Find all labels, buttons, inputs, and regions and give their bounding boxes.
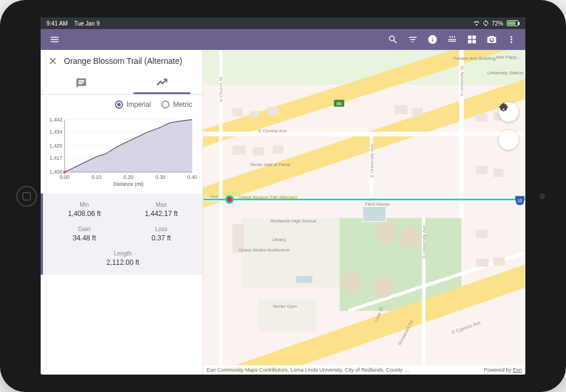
battery-pct: 72% xyxy=(492,20,503,27)
front-camera xyxy=(539,193,545,199)
radio-dot-icon xyxy=(115,100,123,109)
info-button[interactable] xyxy=(423,30,442,49)
svg-text:0.10: 0.10 xyxy=(92,174,102,180)
camera-button[interactable] xyxy=(482,30,501,49)
filter-icon xyxy=(408,34,418,45)
svg-rect-44 xyxy=(476,166,488,174)
svg-rect-39 xyxy=(273,146,283,154)
stat-loss: Loss0.37 ft xyxy=(126,226,197,242)
attribution-text: Esri Community Maps Contributors, Loma L… xyxy=(207,367,409,373)
rotate-lock-icon xyxy=(482,20,489,27)
close-panel-button[interactable] xyxy=(48,56,58,66)
svg-point-53 xyxy=(373,277,394,298)
svg-point-51 xyxy=(399,228,420,249)
svg-text:1,434: 1,434 xyxy=(49,129,62,135)
powered-by: Powered by Esri xyxy=(484,367,522,373)
tab-profile[interactable] xyxy=(122,72,203,94)
svg-rect-34 xyxy=(232,108,243,116)
stat-gain: Gain34.48 ft xyxy=(49,226,120,242)
svg-rect-40 xyxy=(395,105,408,114)
radio-imperial[interactable]: Imperial xyxy=(115,100,152,109)
svg-text:Library: Library xyxy=(272,237,286,242)
svg-rect-37 xyxy=(232,146,245,155)
svg-text:Redlands High School: Redlands High School xyxy=(271,218,316,224)
home-button[interactable] xyxy=(16,186,37,207)
svg-rect-38 xyxy=(253,148,264,156)
units-row: Imperial Metric xyxy=(41,95,203,112)
svg-text:Terrier Gym: Terrier Gym xyxy=(272,304,297,309)
camera-icon xyxy=(486,34,497,45)
measure-button[interactable] xyxy=(443,30,462,49)
content: Orange Blossom Trail (Alternate) Imperia… xyxy=(41,50,525,375)
hwy-shield: 80 xyxy=(337,101,342,106)
info-icon xyxy=(427,34,438,45)
panel-tabs xyxy=(41,72,203,95)
status-left: 9:41 AM Tue Jan 9 xyxy=(46,20,100,27)
side-panel: Orange Blossom Trail (Alternate) Imperia… xyxy=(41,50,203,375)
menu-button[interactable] xyxy=(45,30,64,49)
svg-text:1,442: 1,442 xyxy=(49,117,62,123)
status-date: Tue Jan 9 xyxy=(74,20,100,27)
search-icon xyxy=(388,34,398,45)
crosshair-icon xyxy=(499,102,509,112)
panel-header: Orange Blossom Trail (Alternate) xyxy=(41,50,203,72)
tablet-frame: 9:41 AM Tue Jan 9 72% xyxy=(0,0,566,392)
app-bar xyxy=(41,29,525,50)
svg-point-50 xyxy=(376,222,396,243)
ruler-icon xyxy=(447,34,457,45)
svg-text:Distance (mi): Distance (mi) xyxy=(113,181,143,187)
map-svg: 80 10 N Church St E Central Ave N Univer… xyxy=(203,50,525,375)
locate-button[interactable] xyxy=(499,130,518,150)
interstate-shield: 10 xyxy=(518,199,522,203)
stat-max: Max1,442.17 ft xyxy=(126,202,197,218)
svg-text:N University St: N University St xyxy=(459,65,464,96)
search-button[interactable] xyxy=(384,30,402,49)
wifi-icon xyxy=(473,20,480,27)
svg-rect-47 xyxy=(476,229,488,238)
svg-rect-42 xyxy=(476,114,488,122)
radio-dot-icon xyxy=(161,100,170,109)
svg-text:Field House: Field House xyxy=(365,202,390,207)
filter-button[interactable] xyxy=(403,30,422,49)
chart-line-icon xyxy=(156,77,168,89)
elevation-chart[interactable]: 1,4081,4171,4251,4341,4420.000.100.200.3… xyxy=(41,112,203,193)
map-attribution: Esri Community Maps Contributors, Loma L… xyxy=(203,365,525,375)
svg-text:Theatre Arts Building: Theatre Arts Building xyxy=(453,56,496,61)
esri-link[interactable]: Esri xyxy=(513,367,522,373)
svg-text:0.40: 0.40 xyxy=(188,174,197,180)
svg-text:Ann Papp...: Ann Papp... xyxy=(496,55,521,60)
hamburger-icon xyxy=(49,34,60,45)
radio-imperial-label: Imperial xyxy=(127,100,152,109)
elevation-chart-svg: 1,4081,4171,4251,4341,4420.000.100.200.3… xyxy=(43,114,197,190)
svg-rect-49 xyxy=(493,257,505,265)
svg-text:E University Ave: E University Ave xyxy=(369,143,374,177)
svg-point-52 xyxy=(341,271,362,292)
grid-button[interactable] xyxy=(463,30,481,49)
tab-comments[interactable] xyxy=(41,72,122,94)
svg-rect-48 xyxy=(476,258,489,267)
svg-text:0.30: 0.30 xyxy=(156,174,165,180)
svg-text:Ave: Ave xyxy=(210,194,218,199)
panel-title: Orange Blossom Trail (Alternate) xyxy=(64,56,182,66)
grid-icon xyxy=(467,34,477,45)
svg-text:E Central Ave: E Central Ave xyxy=(258,128,287,134)
map-controls xyxy=(499,102,518,150)
stat-length: Length2,112.00 ft xyxy=(49,250,197,267)
svg-rect-55 xyxy=(296,276,312,283)
chat-icon xyxy=(75,77,87,89)
svg-rect-45 xyxy=(493,169,504,177)
status-right: 72% xyxy=(473,20,520,27)
stats-block: Min1,408.06 ft Max1,442.17 ft Gain34.48 … xyxy=(41,193,203,275)
svg-text:Orange Blossom Trail (Alternat: Orange Blossom Trail (Alternate) xyxy=(238,195,297,200)
svg-rect-35 xyxy=(250,111,259,118)
status-time: 9:41 AM xyxy=(46,20,68,27)
map-view[interactable]: 80 10 N Church St E Central Ave N Univer… xyxy=(203,50,525,375)
dots-vertical-icon xyxy=(506,34,517,45)
svg-point-57 xyxy=(226,196,233,203)
svg-text:0.00: 0.00 xyxy=(60,174,70,180)
close-icon xyxy=(48,56,58,66)
svg-rect-41 xyxy=(412,108,423,116)
radio-metric[interactable]: Metric xyxy=(161,100,192,109)
svg-text:1,425: 1,425 xyxy=(49,143,62,149)
overflow-button[interactable] xyxy=(502,30,521,49)
